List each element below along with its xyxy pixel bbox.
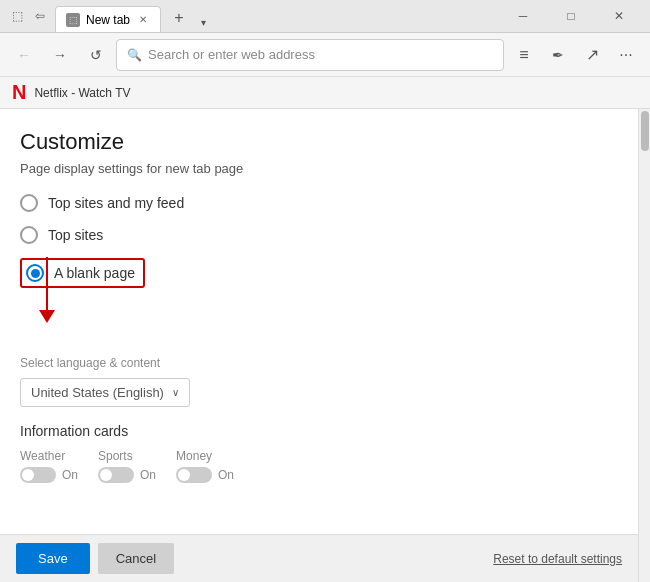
red-arrow-head: [39, 310, 55, 323]
more-button[interactable]: ···: [610, 39, 642, 71]
card-sports-label: Sports: [98, 449, 156, 463]
nav-bar: ← → ↺ 🔍 Search or enter web address ≡ ✒ …: [0, 33, 650, 77]
toggle-sports[interactable]: [98, 467, 134, 483]
nav-right-buttons: ≡ ✒ ↗ ···: [508, 39, 642, 71]
card-weather: Weather On: [20, 449, 78, 483]
share-button[interactable]: ↗: [576, 39, 608, 71]
main-content: Customize Page display settings for new …: [0, 109, 650, 582]
title-bar: ⬚ ⇦ ⬚ New tab ✕ + ▾ ─ □ ✕: [0, 0, 650, 33]
menu-icon-button[interactable]: ≡: [508, 39, 540, 71]
toggle-money[interactable]: [176, 467, 212, 483]
new-tab-button[interactable]: +: [165, 4, 193, 32]
footer-bar: Save Cancel Reset to default settings: [0, 534, 638, 582]
info-cards-title: Information cards: [20, 423, 618, 439]
tab-group: ⬚ New tab ✕ + ▾: [55, 0, 494, 32]
refresh-button[interactable]: ↺: [80, 39, 112, 71]
tab-label: New tab: [86, 13, 130, 27]
radio-circle-top-sites-feed: [20, 194, 38, 212]
red-arrow-shaft: [46, 257, 48, 312]
browser-icon: ⬚: [8, 7, 26, 25]
radio-circle-blank-page: [26, 264, 44, 282]
cancel-button[interactable]: Cancel: [98, 543, 174, 574]
scrollbar[interactable]: [638, 109, 650, 582]
cards-row: Weather On Sports On Money: [20, 449, 618, 483]
arrow-area: [20, 302, 618, 352]
toggle-weather[interactable]: [20, 467, 56, 483]
minimize-button[interactable]: ─: [500, 1, 546, 31]
back-tab-icon[interactable]: ⇦: [31, 7, 49, 25]
tab-favicon: ⬚: [66, 13, 80, 27]
card-weather-label: Weather: [20, 449, 78, 463]
page-title: Customize: [20, 129, 618, 155]
back-button[interactable]: ←: [8, 39, 40, 71]
forward-button[interactable]: →: [44, 39, 76, 71]
toggle-sports-knob: [100, 469, 112, 481]
address-bar[interactable]: 🔍 Search or enter web address: [116, 39, 504, 71]
tab-close-button[interactable]: ✕: [136, 13, 150, 27]
maximize-button[interactable]: □: [548, 1, 594, 31]
netflix-logo: N: [12, 81, 26, 104]
reset-button[interactable]: Reset to default settings: [493, 552, 622, 566]
card-money: Money On: [176, 449, 234, 483]
netflix-bar: N Netflix - Watch TV: [0, 77, 650, 109]
page-subtitle: Page display settings for new tab page: [20, 161, 618, 176]
window-close-button[interactable]: ✕: [596, 1, 642, 31]
scrollbar-thumb[interactable]: [641, 111, 649, 151]
card-sports: Sports On: [98, 449, 156, 483]
card-money-label: Money: [176, 449, 234, 463]
toggle-sports-text: On: [140, 468, 156, 482]
netflix-title: Netflix - Watch TV: [34, 86, 130, 100]
toggle-money-knob: [178, 469, 190, 481]
radio-circle-top-sites: [20, 226, 38, 244]
address-bar-placeholder: Search or enter web address: [148, 47, 315, 62]
toggle-weather-knob: [22, 469, 34, 481]
radio-label-top-sites: Top sites: [48, 227, 103, 243]
toggle-weather-row: On: [20, 467, 78, 483]
save-button[interactable]: Save: [16, 543, 90, 574]
language-dropdown[interactable]: United States (English) ∨: [20, 378, 190, 407]
toggle-money-row: On: [176, 467, 234, 483]
radio-inner-blank-page: [31, 269, 40, 278]
toggle-sports-row: On: [98, 467, 156, 483]
language-selected-value: United States (English): [31, 385, 164, 400]
radio-option-top-sites-feed[interactable]: Top sites and my feed: [20, 194, 618, 212]
dropdown-arrow-icon: ∨: [172, 387, 179, 398]
content-area: Customize Page display settings for new …: [0, 109, 638, 582]
radio-label-top-sites-feed: Top sites and my feed: [48, 195, 184, 211]
window-controls: ─ □ ✕: [500, 1, 642, 31]
favorites-button[interactable]: ✒: [542, 39, 574, 71]
toggle-weather-text: On: [62, 468, 78, 482]
language-section-label: Select language & content: [20, 356, 618, 370]
tab-dropdown-button[interactable]: ▾: [193, 12, 213, 32]
radio-option-top-sites[interactable]: Top sites: [20, 226, 618, 244]
radio-label-blank-page: A blank page: [54, 265, 135, 281]
title-bar-icons: ⬚ ⇦: [8, 7, 49, 25]
address-search-icon: 🔍: [127, 48, 142, 62]
toggle-money-text: On: [218, 468, 234, 482]
radio-option-blank-page-highlighted[interactable]: A blank page: [20, 258, 145, 288]
active-tab[interactable]: ⬚ New tab ✕: [55, 6, 161, 32]
